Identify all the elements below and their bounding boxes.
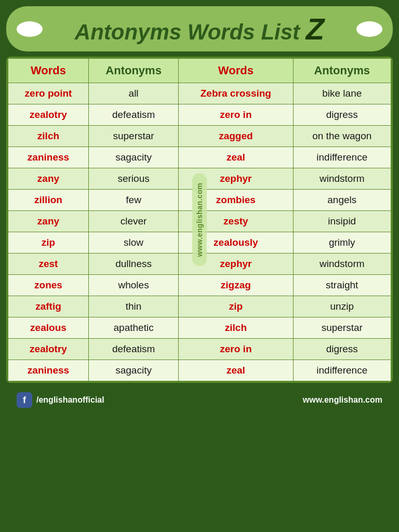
antonym-cell: sagacity: [88, 360, 178, 381]
antonym-cell: defeatism: [88, 104, 178, 126]
footer-social: f /englishanofficial: [17, 392, 104, 408]
header-row: Words Antonyms Words Antonyms: [8, 59, 391, 83]
oval-left-decoration: [17, 21, 43, 37]
table-row: zaninesssagacityzealindifference: [8, 147, 391, 168]
antonyms-table-container: www.englishan.com Words Antonyms Words A…: [6, 57, 393, 383]
word-cell: zilch: [179, 317, 293, 339]
word-cell: zephyr: [179, 168, 293, 190]
antonym-cell: thin: [88, 296, 178, 317]
word-cell: zany: [8, 211, 89, 232]
antonym-cell: digress: [293, 104, 391, 126]
word-cell: zeal: [179, 147, 293, 168]
table-row: zealotrydefeatismzero indigress: [8, 104, 391, 126]
col-words-2: Words: [179, 59, 293, 83]
col-antonyms-2: Antonyms: [293, 59, 391, 83]
word-cell: zip: [8, 232, 89, 254]
word-cell: zero point: [8, 83, 89, 104]
word-cell: zealous: [8, 317, 89, 339]
antonym-cell: defeatism: [88, 339, 178, 360]
table-row: zillionfewzombiesangels: [8, 190, 391, 211]
antonym-cell: superstar: [293, 317, 391, 339]
facebook-handle: /englishanofficial: [36, 395, 104, 405]
word-cell: zesty: [179, 211, 293, 232]
table-row: zanyseriouszephyrwindstorm: [8, 168, 391, 190]
col-words-1: Words: [8, 59, 89, 83]
table-row: zaninesssagacityzealindifference: [8, 360, 391, 381]
table-row: zero pointallZebra crossingbike lane: [8, 83, 391, 104]
title-text: Antonyms Words List: [75, 20, 306, 44]
antonym-cell: on the wagon: [293, 126, 391, 147]
antonym-cell: indifference: [293, 147, 391, 168]
table-row: zanycleverzestyinsipid: [8, 211, 391, 232]
antonym-cell: windstorm: [293, 254, 391, 275]
table-row: zoneswholeszigzagstraight: [8, 275, 391, 296]
word-cell: zero in: [179, 104, 293, 126]
col-antonyms-1: Antonyms: [88, 59, 178, 83]
antonym-cell: indifference: [293, 360, 391, 381]
antonym-cell: few: [88, 190, 178, 211]
word-cell: zealotry: [8, 104, 89, 126]
antonym-cell: all: [88, 83, 178, 104]
word-cell: zones: [8, 275, 89, 296]
word-cell: zephyr: [179, 254, 293, 275]
word-cell: zilch: [8, 126, 89, 147]
word-cell: zigzag: [179, 275, 293, 296]
word-cell: zaniness: [8, 360, 89, 381]
table-row: zealousapatheticzilchsuperstar: [8, 317, 391, 339]
antonym-cell: windstorm: [293, 168, 391, 190]
antonym-cell: slow: [88, 232, 178, 254]
word-cell: Zebra crossing: [179, 83, 293, 104]
antonym-cell: bike lane: [293, 83, 391, 104]
antonym-cell: dullness: [88, 254, 178, 275]
antonym-cell: straight: [293, 275, 391, 296]
footer: f /englishanofficial www.englishan.com: [6, 387, 393, 413]
oval-right-decoration: [356, 21, 382, 37]
table-row: zipslowzealouslygrimly: [8, 232, 391, 254]
facebook-icon: f: [17, 392, 32, 408]
word-cell: zaniness: [8, 147, 89, 168]
word-cell: zealotry: [8, 339, 89, 360]
antonym-cell: sagacity: [88, 147, 178, 168]
word-cell: zest: [8, 254, 89, 275]
word-cell: zagged: [179, 126, 293, 147]
word-cell: zany: [8, 168, 89, 190]
table-row: zealotrydefeatismzero indigress: [8, 339, 391, 360]
antonym-cell: clever: [88, 211, 178, 232]
word-cell: zeal: [179, 360, 293, 381]
page-title: Antonyms Words List Z: [75, 11, 324, 46]
antonym-cell: digress: [293, 339, 391, 360]
antonym-cell: superstar: [88, 126, 178, 147]
antonym-cell: unzip: [293, 296, 391, 317]
word-cell: zillion: [8, 190, 89, 211]
antonym-cell: insipid: [293, 211, 391, 232]
word-cell: zealously: [179, 232, 293, 254]
word-cell: zip: [179, 296, 293, 317]
word-cell: zero in: [179, 339, 293, 360]
table-body: zero pointallZebra crossingbike lanezeal…: [8, 83, 391, 381]
antonym-cell: apathetic: [88, 317, 178, 339]
table-row: zaftigthinzipunzip: [8, 296, 391, 317]
footer-website: www.englishan.com: [303, 395, 382, 405]
antonym-cell: grimly: [293, 232, 391, 254]
fb-letter: f: [23, 395, 26, 406]
z-letter: Z: [306, 12, 324, 46]
header-banner: Antonyms Words List Z: [6, 6, 393, 51]
table-header: Words Antonyms Words Antonyms: [8, 59, 391, 83]
table-row: zilchsuperstarzaggedon the wagon: [8, 126, 391, 147]
antonym-cell: angels: [293, 190, 391, 211]
table-row: zestdullnesszephyrwindstorm: [8, 254, 391, 275]
antonyms-table: Words Antonyms Words Antonyms zero point…: [8, 58, 391, 381]
antonym-cell: wholes: [88, 275, 178, 296]
antonym-cell: serious: [88, 168, 178, 190]
word-cell: zaftig: [8, 296, 89, 317]
word-cell: zombies: [179, 190, 293, 211]
